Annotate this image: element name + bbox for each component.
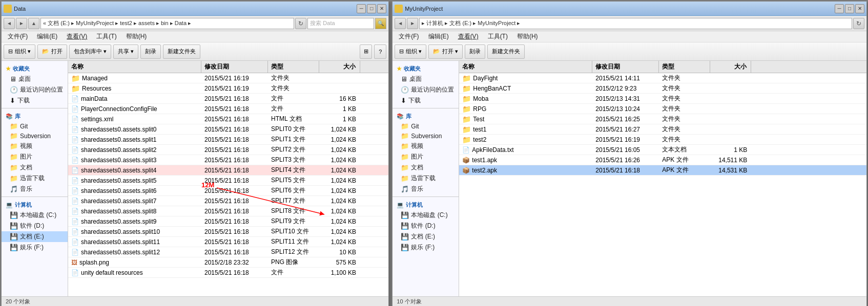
table-row[interactable]: 🖼splash.png2015/2/18 23:32PNG 图像575 KB — [68, 257, 388, 268]
left-menu-view[interactable]: 查看(V) — [63, 31, 91, 42]
sidebar-music-left[interactable]: 🎵音乐 — [2, 184, 68, 194]
left-open-button[interactable]: 📂 打开 — [37, 45, 67, 59]
table-row[interactable]: 📦test2.apk2015/5/21 16:18APK 文件14,531 KB — [459, 165, 866, 176]
sidebar-favorites-right[interactable]: ★ 收藏夹 — [392, 63, 459, 74]
table-row[interactable]: 📁RPG2015/2/13 10:24文件夹 — [459, 104, 866, 114]
sidebar-computer-left[interactable]: 💻计算机 — [2, 199, 68, 210]
sidebar-docs-right[interactable]: 📁文档 — [392, 162, 459, 173]
right-open-button[interactable]: 📂 打开 ▾ — [428, 45, 463, 59]
right-col-header-name[interactable]: 名称 — [459, 61, 592, 73]
left-col-header-name[interactable]: 名称 — [68, 61, 201, 73]
table-row[interactable]: 📁test12015/5/21 16:27文件夹 — [459, 124, 866, 135]
left-address-path-box[interactable]: « 文档 (E:) ▸ MyUnityProject ▸ test2 ▸ ass… — [40, 18, 294, 29]
table-row[interactable]: 📄sharedassets0.assets.split62015/5/21 16… — [68, 186, 388, 196]
table-row[interactable]: 📄sharedassets0.assets.split112015/5/21 1… — [68, 237, 388, 247]
sidebar-video-left[interactable]: 📁视频 — [2, 141, 68, 151]
right-new-folder-button[interactable]: 新建文件夹 — [487, 45, 525, 59]
minimize-button-right[interactable]: ─ — [835, 4, 844, 13]
back-button-right[interactable]: ◄ — [395, 18, 406, 29]
sidebar-library-right[interactable]: 📚库 — [392, 111, 459, 121]
right-col-header-size[interactable]: 大小 — [710, 61, 751, 73]
maximize-button-right[interactable]: □ — [845, 4, 854, 13]
left-new-folder-button[interactable]: 新建文件夹 — [163, 45, 200, 59]
back-button-left[interactable]: ◄ — [4, 18, 15, 29]
refresh-button-right[interactable]: ↻ — [853, 18, 864, 29]
sidebar-drive-c-left[interactable]: 💾本地磁盘 (C:) — [2, 210, 68, 221]
sidebar-music-right[interactable]: 🎵音乐 — [392, 184, 459, 194]
sidebar-desktop-right[interactable]: 🖥桌面 — [392, 74, 459, 84]
right-col-header-type[interactable]: 类型 — [659, 61, 710, 73]
up-button-left[interactable]: ▲ — [28, 18, 39, 29]
maximize-button-left[interactable]: □ — [367, 4, 376, 13]
minimize-button-left[interactable]: ─ — [357, 4, 366, 13]
sidebar-subversion-left[interactable]: 📁Subversion — [2, 131, 68, 141]
sidebar-desktop-left[interactable]: 🖥桌面 — [2, 74, 68, 84]
table-row[interactable]: 📄sharedassets0.assets.split122015/5/21 1… — [68, 247, 388, 257]
right-menu-file[interactable]: 文件(F) — [395, 31, 423, 42]
table-row[interactable]: 📁HengBanACT2015/2/12 9:23文件夹 — [459, 83, 866, 94]
table-row[interactable]: 📄sharedassets0.assets.split82015/5/21 16… — [68, 206, 388, 216]
sidebar-drive-c-right[interactable]: 💾本地磁盘 (C:) — [392, 210, 459, 221]
left-menu-help[interactable]: 帮助(H) — [122, 31, 151, 42]
table-row[interactable]: 📁Test2015/5/21 16:25文件夹 — [459, 114, 866, 124]
left-search-button[interactable]: 🔍 — [375, 18, 386, 29]
left-view-button[interactable]: ⊞ — [360, 45, 372, 59]
sidebar-drive-f-right[interactable]: 💾娱乐 (F:) — [392, 242, 459, 253]
sidebar-favorites-left[interactable]: ★ 收藏夹 — [2, 63, 68, 74]
forward-button-left[interactable]: ► — [16, 18, 27, 29]
right-menu-view[interactable]: 查看(V) — [454, 31, 483, 42]
sidebar-video-right[interactable]: 📁视频 — [392, 141, 459, 151]
sidebar-thunder-left[interactable]: 📁迅雷下载 — [2, 173, 68, 184]
table-row[interactable]: 📄sharedassets0.assets.split72015/5/21 16… — [68, 196, 388, 206]
left-search-box[interactable]: 搜索 Data — [307, 18, 374, 29]
sidebar-drive-e-right[interactable]: 💾文档 (E:) — [392, 231, 459, 242]
table-row[interactable]: 📄mainData2015/5/21 16:18文件16 KB — [68, 94, 388, 104]
right-menu-help[interactable]: 帮助(H) — [513, 31, 542, 42]
left-menu-edit[interactable]: 编辑(E) — [33, 31, 61, 42]
table-row[interactable]: 📄sharedassets0.assets.split02015/5/21 16… — [68, 124, 388, 135]
forward-button-right[interactable]: ► — [407, 18, 418, 29]
table-row[interactable]: 📁DayFight2015/5/21 14:11文件夹 — [459, 73, 866, 83]
sidebar-drive-e-left[interactable]: 💾文档 (E:) — [2, 231, 68, 242]
right-address-path-box[interactable]: ▸ 计算机 ▸ 文档 (E:) ▸ MyUnityProject ▸ — [419, 18, 852, 29]
left-col-header-size[interactable]: 大小 — [319, 61, 360, 73]
sidebar-recent-right[interactable]: 🕐最近访问的位置 — [392, 84, 459, 95]
table-row[interactable]: 📄sharedassets0.assets.split42015/5/21 16… — [68, 165, 388, 176]
table-row[interactable]: 📁Moba2015/2/13 14:31文件夹 — [459, 94, 866, 104]
table-row[interactable]: 📄sharedassets0.assets.split102015/5/21 1… — [68, 227, 388, 237]
table-row[interactable]: 📄settings.xml2015/5/21 16:18HTML 文档1 KB — [68, 114, 388, 124]
table-row[interactable]: 📁test22015/5/21 16:19文件夹 — [459, 135, 866, 145]
table-row[interactable]: 📄sharedassets0.assets.split22015/5/21 16… — [68, 145, 388, 155]
table-row[interactable]: 📄ApkFileData.txt2015/5/21 16:05文本文档1 KB — [459, 145, 866, 155]
table-row[interactable]: 📄sharedassets0.assets.split92015/5/21 16… — [68, 216, 388, 227]
sidebar-docs-left[interactable]: 📁文档 — [2, 162, 68, 173]
sidebar-drive-d-left[interactable]: 💾软件 (D:) — [2, 221, 68, 231]
left-burn-button[interactable]: 刻录 — [140, 45, 161, 59]
right-burn-button[interactable]: 刻录 — [465, 45, 485, 59]
right-menu-edit[interactable]: 编辑(E) — [424, 31, 453, 42]
sidebar-images-right[interactable]: 📁图片 — [392, 151, 459, 162]
left-col-header-type[interactable]: 类型 — [268, 61, 319, 73]
right-organize-button[interactable]: ⊟ 组织 ▾ — [395, 45, 426, 59]
table-row[interactable]: 📄sharedassets0.assets.split52015/5/21 16… — [68, 176, 388, 186]
table-row[interactable]: 📄PlayerConnectionConfigFile2015/5/21 16:… — [68, 104, 388, 114]
table-row[interactable]: 📁Managed2015/5/21 16:19文件夹 — [68, 73, 388, 83]
sidebar-drive-f-left[interactable]: 💾娱乐 (F:) — [2, 242, 68, 253]
sidebar-computer-right[interactable]: 💻计算机 — [392, 199, 459, 210]
left-include-button[interactable]: 包含到库中 ▾ — [69, 45, 111, 59]
right-menu-tools[interactable]: 工具(T) — [484, 31, 512, 42]
sidebar-recent-left[interactable]: 🕐最近访问的位置 — [2, 84, 68, 95]
left-menu-tools[interactable]: 工具(T) — [92, 31, 120, 42]
sidebar-images-left[interactable]: 📁图片 — [2, 151, 68, 162]
table-row[interactable]: 📦test1.apk2015/5/21 16:26APK 文件14,511 KB — [459, 155, 866, 165]
sidebar-library-left[interactable]: 📚库 — [2, 111, 68, 121]
table-row[interactable]: 📁Resources2015/5/21 16:19文件夹 — [68, 83, 388, 94]
sidebar-downloads-left[interactable]: ⬇下载 — [2, 95, 68, 106]
close-button-left[interactable]: ✕ — [377, 4, 386, 13]
table-row[interactable]: 📄sharedassets0.assets.split32015/5/21 16… — [68, 155, 388, 165]
sidebar-git-right[interactable]: 📁Git — [392, 121, 459, 131]
sidebar-git-left[interactable]: 📁Git — [2, 121, 68, 131]
right-col-header-date[interactable]: 修改日期 — [592, 61, 659, 73]
table-row[interactable]: 📄unity default resources2015/5/21 16:18文… — [68, 268, 388, 278]
left-menu-file[interactable]: 文件(F) — [4, 31, 32, 42]
